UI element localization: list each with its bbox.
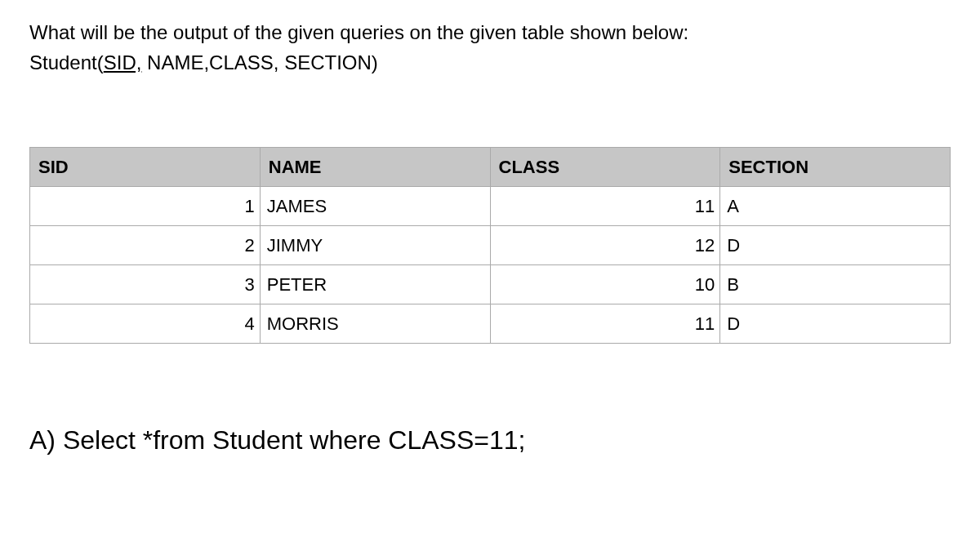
cell-name: PETER — [260, 265, 490, 304]
col-header-class: CLASS — [490, 148, 720, 187]
cell-name: JAMES — [260, 187, 490, 226]
col-header-sid: SID — [30, 148, 261, 187]
cell-section: B — [720, 265, 951, 304]
question-line2: Student(SID, NAME,CLASS, SECTION) — [29, 50, 951, 75]
question-line2-rest: NAME,CLASS, SECTION) — [141, 51, 377, 73]
cell-class: 11 — [490, 187, 720, 226]
cell-sid: 1 — [30, 187, 261, 226]
cell-class: 10 — [490, 265, 720, 304]
table-row: 3 PETER 10 B — [30, 265, 951, 304]
student-table: SID NAME CLASS SECTION 1 JAMES 11 A 2 JI… — [29, 147, 951, 344]
query-a: A) Select *from Student where CLASS=11; — [29, 425, 951, 456]
question-sid-underline: SID, — [104, 51, 142, 73]
col-header-section: SECTION — [720, 148, 951, 187]
cell-sid: 2 — [30, 226, 261, 265]
cell-sid: 3 — [30, 265, 261, 304]
cell-name: MORRIS — [260, 304, 490, 344]
table-row: 1 JAMES 11 A — [30, 187, 951, 226]
cell-section: A — [720, 187, 951, 226]
cell-class: 12 — [490, 226, 720, 265]
cell-section: D — [720, 304, 951, 344]
question-line2-prefix: Student( — [29, 51, 104, 73]
cell-name: JIMMY — [260, 226, 490, 265]
table-row: 4 MORRIS 11 D — [30, 304, 951, 344]
cell-sid: 4 — [30, 304, 261, 344]
col-header-name: NAME — [260, 148, 490, 187]
question-line1: What will be the output of the given que… — [29, 20, 951, 45]
cell-class: 11 — [490, 304, 720, 344]
table-header-row: SID NAME CLASS SECTION — [30, 148, 951, 187]
cell-section: D — [720, 226, 951, 265]
table-row: 2 JIMMY 12 D — [30, 226, 951, 265]
